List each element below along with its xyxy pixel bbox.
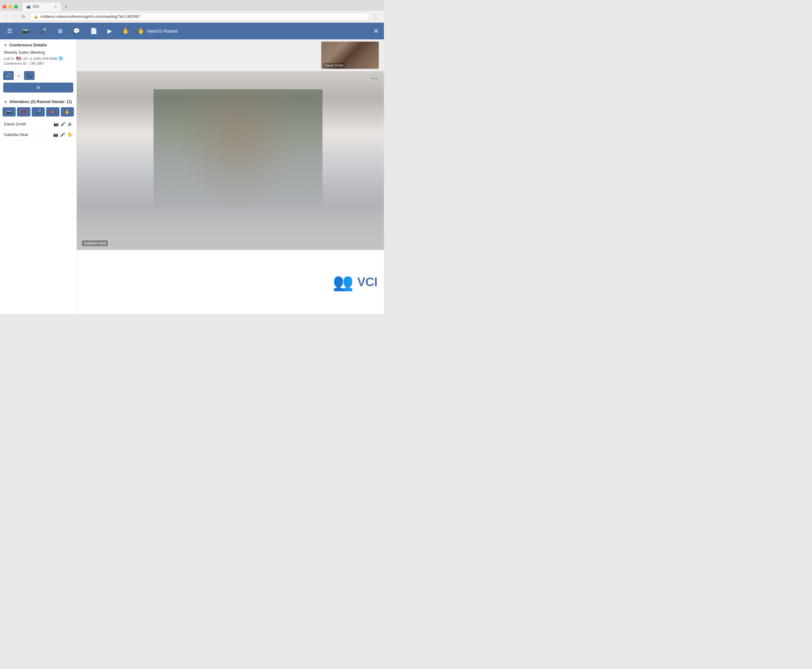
audio-phone-button[interactable]: 📞: [24, 71, 35, 80]
toolbar-left: ☰ 📷 🎤 🖥 💬 📄 ▶ ✋: [5, 25, 131, 37]
main-content: ▼ Conference Details Weekly Sales Meetin…: [0, 39, 384, 314]
mic-toggle-icon[interactable]: 🎤: [38, 25, 49, 37]
david-video-icon[interactable]: 📷: [54, 122, 59, 126]
app: ☰ 📷 🎤 🖥 💬 📄 ▶ ✋ ✋ Hand is Raised ✕ ▼ Con…: [0, 23, 384, 314]
settings-row: ⚙: [0, 82, 77, 96]
attendee-name-isabella: Isabella Heal: [4, 132, 53, 137]
video-strip: David Smith: [77, 39, 384, 71]
globe-icon: 🌐: [59, 56, 63, 61]
mute-all-button[interactable]: 🔇: [46, 107, 59, 116]
attendee-name-david: David Smith: [4, 122, 54, 126]
conference-callin: Call In: 🇺🇸 US +1 (206) 928-9280 🌐: [4, 56, 73, 61]
close-window-dot[interactable]: [3, 5, 7, 8]
back-button[interactable]: ‹: [4, 13, 9, 20]
settings-button[interactable]: ⚙: [3, 82, 73, 92]
more-options-button[interactable]: • • •: [369, 75, 380, 82]
attendee-controls-bar: 📷 📵 🎤 🔇 ✋: [0, 106, 77, 119]
hand-all-button[interactable]: ✋: [61, 107, 74, 116]
conference-id: Conference ID : 146-2987: [4, 61, 73, 65]
chat-icon[interactable]: 💬: [71, 25, 82, 37]
hamburger-menu-icon[interactable]: ☰: [5, 25, 14, 37]
callin-label: Call In:: [4, 57, 15, 61]
tab-favicon: 📹: [26, 5, 31, 9]
or-separator: or: [15, 72, 23, 79]
conference-details-label: Conference Details: [9, 42, 47, 47]
david-thumb-label: David Smith: [323, 63, 345, 67]
sidebar: ▼ Conference Details Weekly Sales Meetin…: [0, 39, 77, 314]
tab-close-icon[interactable]: ✕: [54, 5, 57, 9]
conference-details-arrow[interactable]: ▼: [4, 43, 7, 47]
address-bar: ‹ › ↻ 🔒 m4demo.videoconferencinginfo.com…: [0, 11, 384, 22]
isabella-mic-icon[interactable]: 🎤: [60, 132, 65, 137]
main-video-bg: [77, 71, 384, 250]
conference-id-label: Conference ID :: [4, 61, 29, 65]
tab-title: VCI: [33, 5, 39, 9]
video-off-all-button[interactable]: 📵: [17, 107, 30, 116]
document-icon[interactable]: 📄: [88, 25, 99, 37]
raised-hand-notification-icon: ✋: [138, 27, 144, 35]
video-all-button[interactable]: 📷: [3, 107, 16, 116]
attendees-arrow[interactable]: ▼: [4, 100, 7, 104]
conference-name: Weekly Sales Meeting: [4, 50, 73, 55]
isabella-video-icon[interactable]: 📷: [53, 132, 58, 137]
video-area: David Smith • • • Isabella Heal: [77, 39, 384, 314]
new-tab-button[interactable]: +: [62, 3, 70, 11]
lock-icon: 🔒: [34, 15, 39, 19]
maximize-window-dot[interactable]: [14, 5, 18, 8]
conference-id-value: 146-2987: [29, 61, 44, 65]
person-figure: [154, 89, 322, 241]
window-controls: [3, 5, 18, 8]
attendees-label: Attendees (2) Raised Hands: (1): [9, 99, 72, 104]
forward-button[interactable]: ›: [12, 13, 17, 20]
mic-all-button[interactable]: 🎤: [32, 107, 45, 116]
attendees-header: ▼ Attendees (2) Raised Hands: (1): [0, 96, 77, 106]
hand-raised-text: Hand is Raised: [147, 29, 178, 34]
conference-details-header: ▼ Conference Details: [0, 39, 77, 49]
screen-share-icon[interactable]: 🖥: [55, 26, 65, 37]
url-bar[interactable]: 🔒 m4demo.videoconferencinginfo.com/meeti…: [30, 13, 369, 20]
audio-controls: 🔊 or 📞: [0, 69, 77, 82]
browser-menu-icon[interactable]: ⋮: [372, 13, 380, 20]
video-toggle-icon[interactable]: 📷: [20, 25, 31, 37]
main-video-name-label: Isabella Heal: [82, 240, 108, 246]
url-text: m4demo.videoconferencinginfo.com/meeting…: [40, 14, 140, 19]
close-meeting-button[interactable]: ✕: [373, 27, 379, 35]
tab-bar: 📹 VCI ✕ +: [0, 0, 384, 11]
bottom-area: 👥 VCI: [77, 250, 384, 314]
conference-details: Weekly Sales Meeting Call In: 🇺🇸 US +1 (…: [0, 49, 77, 69]
raise-hand-icon[interactable]: ✋: [120, 25, 131, 37]
refresh-button[interactable]: ↻: [20, 13, 27, 20]
attendee-icons-david: 📷 🎤 🔊: [54, 122, 73, 126]
vci-logo: 👥 VCI: [333, 272, 377, 292]
audio-speaker-button[interactable]: 🔊: [3, 71, 14, 80]
us-flag-icon: 🇺🇸: [16, 56, 21, 61]
hand-raised-notification: ✋ Hand is Raised: [138, 27, 178, 35]
main-video: • • • Isabella Heal: [77, 71, 384, 250]
isabella-hand-icon[interactable]: ✋: [67, 132, 73, 137]
media-icon[interactable]: ▶: [106, 25, 114, 37]
toolbar-right: ✕: [373, 27, 379, 35]
toolbar: ☰ 📷 🎤 🖥 💬 📄 ▶ ✋ ✋ Hand is Raised ✕: [0, 23, 384, 39]
vci-people-icon: 👥: [333, 272, 354, 292]
david-audio-icon[interactable]: 🔊: [67, 122, 73, 126]
david-mic-icon[interactable]: 🎤: [60, 122, 65, 126]
david-thumbnail[interactable]: David Smith: [321, 42, 379, 69]
attendee-row-isabella: Isabella Heal 📷 🎤 ✋: [0, 129, 77, 140]
attendee-icons-isabella: 📷 🎤 ✋: [53, 132, 73, 137]
active-tab[interactable]: 📹 VCI ✕: [22, 3, 61, 11]
minimize-window-dot[interactable]: [8, 5, 12, 8]
callin-number: US +1 (206) 928-9280: [22, 57, 57, 61]
vci-logo-text: VCI: [357, 275, 377, 289]
attendee-row-david: David Smith 📷 🎤 🔊: [0, 119, 77, 129]
browser-chrome: 📹 VCI ✕ + ‹ › ↻ 🔒 m4demo.videoconferenci…: [0, 0, 384, 23]
